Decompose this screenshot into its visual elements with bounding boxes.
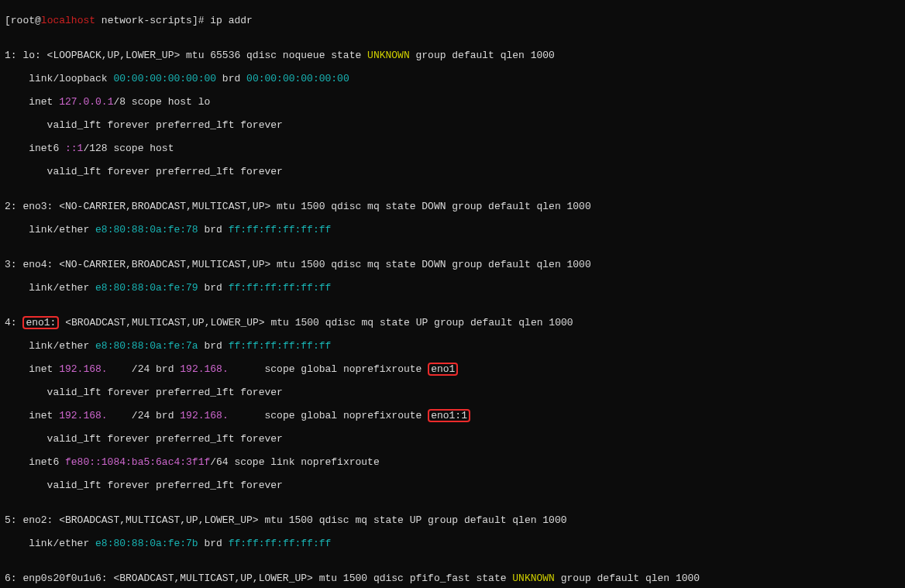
eno1-inet1: inet 192.168. /24 brd 192.168. scope glo… [5,363,900,375]
highlight-eno1-label: eno1 [428,363,458,376]
highlight-eno1-1-label: eno1:1 [428,409,470,422]
highlight-eno1-name: eno1: [22,316,59,329]
iface-eno3: 2: eno3: <NO-CARRIER,BROADCAST,MULTICAST… [5,201,900,212]
iface-eno1: 4: eno1: <BROADCAST,MULTICAST,UP,LOWER_U… [5,317,900,328]
lo-valid: valid_lft forever preferred_lft forever [5,119,900,131]
iface-enp: 6: enp0s20f0u1u6: <BROADCAST,MULTICAST,U… [5,573,900,584]
terminal-output[interactable]: [root@localhost network-scripts]# ip add… [0,0,905,588]
prompt-line: [root@localhost network-scripts]# ip add… [5,15,900,26]
eno1-valid3: valid_lft forever preferred_lft forever [5,480,900,491]
eno3-link: link/ether e8:80:88:0a:fe:78 brd ff:ff:f… [5,224,900,236]
eno1-link: link/ether e8:80:88:0a:fe:7a brd ff:ff:f… [5,340,900,352]
lo-inet6: inet6 ::1/128 scope host [5,143,900,154]
lo-inet: inet 127.0.0.1/8 scope host lo [5,96,900,108]
eno1-inet2: inet 192.168. /24 brd 192.168. scope glo… [5,410,900,421]
eno2-link: link/ether e8:80:88:0a:fe:7b brd ff:ff:f… [5,538,900,549]
iface-lo: 1: lo: <LOOPBACK,UP,LOWER_UP> mtu 65536 … [5,50,900,61]
lo-valid2: valid_lft forever preferred_lft forever [5,166,900,177]
iface-eno4: 3: eno4: <NO-CARRIER,BROADCAST,MULTICAST… [5,259,900,270]
eno4-link: link/ether e8:80:88:0a:fe:79 brd ff:ff:f… [5,282,900,294]
iface-eno2: 5: eno2: <BROADCAST,MULTICAST,UP,LOWER_U… [5,514,900,526]
lo-link: link/loopback 00:00:00:00:00:00 brd 00:0… [5,73,900,84]
eno1-inet6: inet6 fe80::1084:ba5:6ac4:3f1f/64 scope … [5,456,900,468]
eno1-valid2: valid_lft forever preferred_lft forever [5,433,900,445]
eno1-valid1: valid_lft forever preferred_lft forever [5,387,900,398]
